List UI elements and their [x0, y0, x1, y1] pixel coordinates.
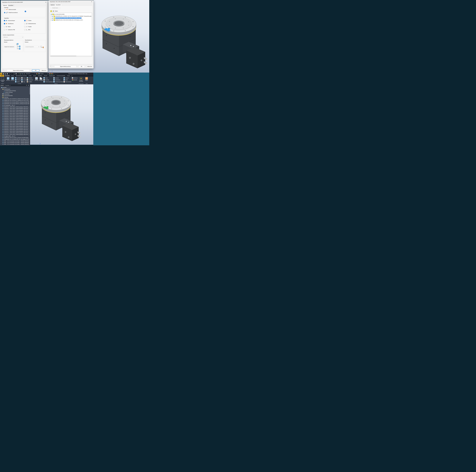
sync-icon[interactable]: [21, 73, 23, 74]
verdickung-versatz-button[interactable]: Verdickung/ Versatz: [53, 81, 63, 83]
tree-item[interactable]: +Drittanbieter: [0, 93, 29, 95]
tree-item[interactable]: D00202526_RL-D-30-GE-6000-01_Gehäuse-Ein…: [0, 103, 29, 105]
expander-icon[interactable]: −: [1, 89, 2, 90]
help-button[interactable]: ?: [2, 70, 4, 71]
browser-scrollbar[interactable]: ▲: [29, 86, 30, 145]
tree-item[interactable]: D00220277_NOR-209111_Rillenkugellager 60…: [0, 116, 29, 117]
objektfilter-item[interactable]: ✓Volumenkörper: [4, 20, 24, 21]
radio-unselected[interactable]: [4, 9, 5, 10]
ableiten-button[interactable]: Ableiten: [21, 79, 26, 81]
actuator-model-bottom[interactable]: [33, 85, 81, 145]
radio-selected[interactable]: [4, 12, 5, 13]
wandung-button[interactable]: Wandung: [43, 79, 53, 81]
rippe-button[interactable]: Rippe: [21, 81, 26, 83]
tree-item[interactable]: D00262745_RL-D-30-HH-01_Gehäuse RL-D-30_…: [0, 98, 29, 100]
tree-item[interactable]: BRG - STS Linsenkopf mit Scheibe - KN603…: [0, 143, 29, 145]
tree-item[interactable]: D00220277_NOR-209111_Rillenkugellager 60…: [0, 130, 29, 132]
save-icon[interactable]: [6, 73, 8, 74]
tree-item[interactable]: +Ursprung: [0, 96, 29, 98]
tree-item[interactable]: D00220277_NOR-209111_Rillenkugellager 60…: [0, 108, 29, 109]
scrollbar-thumb[interactable]: [29, 87, 30, 94]
markieren-button[interactable]: Markieren: [72, 77, 78, 79]
2d-skizze-starten-button[interactable]: 2D-Skizze starten: [0, 77, 5, 83]
tree-item[interactable]: BRG - STS Linsenkopf mit Scheibe - KN603…: [0, 142, 29, 143]
trennen-button[interactable]: Trennen: [64, 77, 71, 79]
checkbox-unchecked[interactable]: [24, 23, 26, 24]
rundung-button[interactable]: Rundung: [39, 77, 43, 83]
gewinde-button[interactable]: Gewinde: [53, 77, 63, 79]
erhebung-button[interactable]: Erhebung: [15, 79, 21, 81]
modell-laden-button[interactable]: Modell laden: [50, 7, 60, 9]
objektfilter-item[interactable]: Arbeitselemente: [24, 23, 45, 25]
ok-button[interactable]: OK: [78, 65, 85, 68]
checkbox-unchecked[interactable]: [24, 26, 26, 27]
tree-item[interactable]: D00220277_NOR-209111_Rillenkugellager 60…: [0, 111, 29, 113]
beenden-button[interactable]: Beenden: [72, 79, 78, 81]
ribbon-tab-3d-modell[interactable]: 3D-Modell: [4, 75, 10, 77]
ebene-button[interactable]: Ebene: [84, 77, 89, 83]
close-icon[interactable]: ✕: [45, 1, 47, 3]
entfalten-button[interactable]: Entfalten: [27, 81, 33, 83]
scrollbar-thumb[interactable]: [51, 56, 76, 56]
tree-item[interactable]: D00202526_RL-D-30-GE-6000-01_Gehäuse-Ein…: [0, 101, 29, 103]
aufkleber-button[interactable]: Aufkleber: [27, 77, 33, 79]
ribbon-tab-verwalten[interactable]: Verwalten: [37, 75, 43, 77]
import-tree-item[interactable]: ++D00361478_RL-D-30-102-50-01035_RL-D-30…: [50, 19, 92, 21]
drehung-button[interactable]: Drehung: [10, 77, 15, 83]
tree-item[interactable]: D00220277_NOR-209111_Rillenkugellager 60…: [0, 109, 29, 111]
tree-item[interactable]: Bauteil1: [0, 87, 29, 88]
tree-item[interactable]: D00262745_RL-D-30-HH-01_Gehäuse RL-D-30_…: [0, 100, 29, 101]
tree-item[interactable]: D00220277_NOR-209111_Rillenkugellager 60…: [0, 125, 29, 127]
appearance-wheel-x-icon[interactable]: [51, 73, 53, 74]
inventor-logo-icon[interactable]: I: [0, 73, 2, 75]
cancel-button[interactable]: Abbrechen: [41, 70, 47, 71]
objektfilter-item[interactable]: ✓Drähte: [24, 20, 45, 21]
undo-icon[interactable]: [8, 73, 10, 74]
expander-icon[interactable]: +: [51, 17, 52, 19]
close-icon[interactable]: ✕: [91, 1, 92, 2]
tree-item[interactable]: D00879718_PRT-01-30-RL-D_Polymer-Rundtis…: [0, 137, 29, 139]
sketch-doc-icon[interactable]: [15, 73, 17, 74]
tree-item[interactable]: D00220277_NOR-209111_Rillenkugellager 60…: [0, 121, 29, 122]
viewport-3d-bottom[interactable]: Z: [30, 84, 93, 145]
tree-item[interactable]: +Volumenkörper(93): [0, 95, 29, 96]
tab-auswaehlen[interactable]: Auswählen: [55, 4, 62, 6]
expander-icon[interactable]: +: [2, 92, 3, 93]
ribbon-tab-extras[interactable]: Extras: [32, 75, 37, 77]
expander-icon[interactable]: +: [1, 93, 2, 94]
status-add-button[interactable]: +: [50, 10, 52, 12]
importieren-button[interactable]: Importieren: [27, 79, 33, 81]
struktur-select[interactable]: Bauteil mit mehreren: [4, 46, 15, 48]
objektfilter-item[interactable]: BKS: [24, 29, 45, 31]
tree-item[interactable]: −Darstellungen: [0, 88, 29, 90]
tree-item[interactable]: D00220277_NOR-209111_Rillenkugellager 60…: [0, 132, 29, 134]
info-icon[interactable]: i: [25, 11, 26, 12]
expander-icon[interactable]: +: [2, 90, 3, 91]
fläche-löschen-button[interactable]: Fläche löschen: [64, 81, 71, 83]
tree-item[interactable]: BRG - STS Linsenkopf mit Scheibe - KN603…: [0, 145, 29, 145]
color-wheel-icon[interactable]: [36, 73, 37, 74]
checkbox-unchecked[interactable]: [24, 29, 26, 30]
tree-item[interactable]: D00220277_NOR-209111_Rillenkugellager 60…: [0, 117, 29, 119]
browser-tab-favoriten[interactable]: Favoriten: [5, 85, 9, 86]
ribbon-tab-prüfen[interactable]: Prüfen: [28, 75, 32, 77]
tree-item[interactable]: D00220277_NOR-209111_Rillenkugellager 60…: [0, 127, 29, 129]
checkbox-unchecked[interactable]: [4, 26, 5, 27]
fx-icon[interactable]: fx: [53, 73, 55, 74]
expander-icon[interactable]: +: [51, 16, 52, 17]
material-select[interactable]: Generisch: [25, 73, 36, 75]
tree-item[interactable]: D00220277_NOR-209111_Rillenkugellager 60…: [0, 129, 29, 130]
ribbon-tab-ansicht[interactable]: Ansicht: [43, 75, 48, 77]
column-chart-icon[interactable]: [19, 73, 21, 74]
import-tree-item[interactable]: ++D00320636_RL-D-30-IK-001_Ini-Kit RL-D-…: [50, 17, 92, 19]
prägen-button[interactable]: Prägen: [21, 77, 26, 79]
tree-item[interactable]: D00220277_NOR-209111_Rillenkugellager 60…: [0, 114, 29, 116]
tree-item[interactable]: 50 harteloxiert_-_00_1:1: [0, 105, 29, 106]
ribbon-tab-skizze[interactable]: Skizze: [10, 75, 15, 77]
checkbox-checked[interactable]: ✓: [4, 20, 5, 21]
direkt-button[interactable]: Direkt: [64, 79, 71, 81]
new-file-icon[interactable]: [2, 73, 4, 74]
web-icon[interactable]: [23, 73, 25, 74]
fasen-button[interactable]: Fasen: [43, 77, 53, 79]
formen-generator-button[interactable]: Formen-Generator: [79, 77, 83, 83]
